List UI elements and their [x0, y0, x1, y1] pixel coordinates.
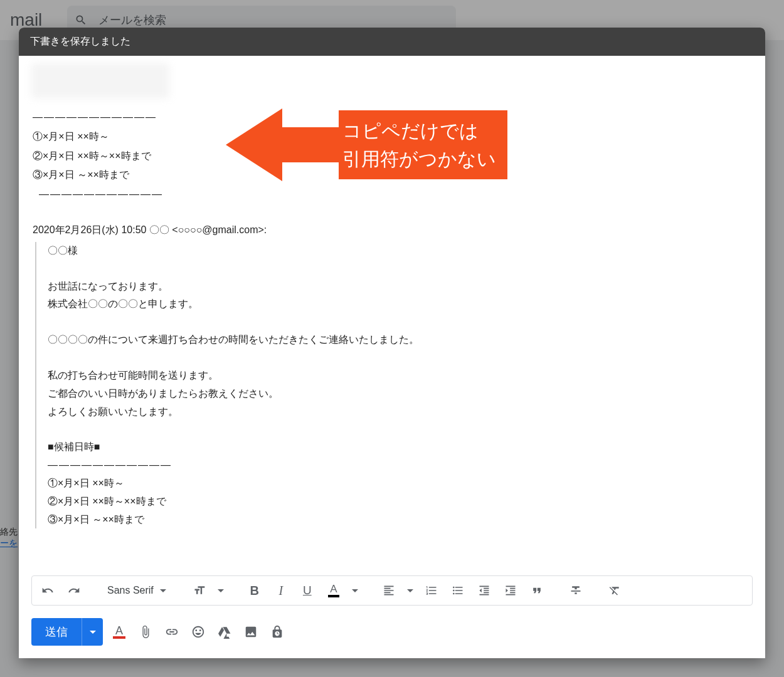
- indent-more-button[interactable]: [500, 580, 521, 601]
- quote-line: ご都合のいい日時がありましたらお教えください。: [48, 385, 751, 403]
- quote-line: ①×月×日 ××時～: [48, 475, 751, 493]
- quote-block: 〇〇様 お世話になっております。 株式会社〇〇の〇〇と申します。 〇〇〇〇の件に…: [35, 242, 751, 529]
- annotation-arrow: コピペだけでは 引用符がつかない: [226, 108, 507, 181]
- quote-line: ③×月×日 ～××時まで: [48, 511, 751, 529]
- send-more-button[interactable]: [82, 618, 103, 646]
- chevron-down-icon: [90, 631, 96, 634]
- italic-button[interactable]: I: [270, 580, 292, 601]
- send-button[interactable]: 送信: [31, 618, 82, 646]
- bulleted-list-button[interactable]: [447, 580, 469, 601]
- font-size-caret[interactable]: [215, 580, 226, 601]
- send-button-group: 送信: [31, 618, 103, 646]
- quote-line: ②×月×日 ××時～××時まで: [48, 493, 751, 511]
- chevron-down-icon: [160, 589, 166, 592]
- undo-button[interactable]: [37, 580, 58, 601]
- compose-titlebar[interactable]: 下書きを保存しました: [19, 28, 765, 56]
- compose-body[interactable]: コピペだけでは 引用符がつかない ――――――――――― ①×月×日 ××時～ …: [19, 108, 765, 575]
- emoji-icon: [191, 625, 205, 639]
- image-icon: [244, 625, 258, 639]
- text-color-button[interactable]: A: [323, 580, 344, 601]
- quote-line: お世話になっております。: [48, 278, 751, 296]
- text-color-caret[interactable]: [349, 580, 361, 601]
- annotation-label: コピペだけでは 引用符がつかない: [339, 110, 507, 179]
- compose-window: 下書きを保存しました コピペだけでは 引用符がつかない ――――――――――― …: [19, 28, 765, 658]
- insert-emoji-button[interactable]: [191, 624, 206, 639]
- indent-less-button[interactable]: [474, 580, 495, 601]
- remove-formatting-button[interactable]: [604, 580, 625, 601]
- compose-recipients-area[interactable]: [19, 56, 765, 108]
- font-family-select[interactable]: Sans Serif: [102, 585, 171, 596]
- confidential-mode-button[interactable]: [270, 624, 285, 639]
- quote-line: ―――――――――――: [48, 456, 751, 475]
- quote-line: よろしくお願いいたします。: [48, 403, 751, 421]
- redo-button[interactable]: [63, 580, 85, 601]
- underline-button[interactable]: U: [297, 580, 318, 601]
- insert-photo-button[interactable]: [243, 624, 258, 639]
- insert-link-button[interactable]: [164, 624, 179, 639]
- quote-line: 私の打ち合わせ可能時間を送ります。: [48, 367, 751, 385]
- send-row: 送信 A: [19, 612, 765, 658]
- bold-button[interactable]: B: [244, 580, 265, 601]
- formatting-toolbar: Sans Serif B I U A: [31, 575, 753, 606]
- formatting-options-button[interactable]: A: [112, 624, 127, 639]
- quote-line: ■候補日時■: [48, 438, 751, 456]
- arrow-shaft: [282, 127, 339, 162]
- font-size-button[interactable]: [189, 580, 210, 601]
- align-button[interactable]: [378, 580, 400, 601]
- numbered-list-button[interactable]: [421, 580, 442, 601]
- quote-line: 〇〇様: [48, 242, 751, 260]
- attach-file-button[interactable]: [138, 624, 153, 639]
- arrow-head-icon: [226, 108, 282, 181]
- divider-line: ―――――――――――: [33, 186, 751, 204]
- quote-line: 〇〇〇〇の件について来週打ち合わせの時間をいただきたくご連絡いたしました。: [48, 331, 751, 349]
- link-icon: [165, 625, 179, 639]
- insert-drive-button[interactable]: [217, 624, 232, 639]
- quote-attribution: 2020年2月26日(水) 10:50 〇〇 <○○○○@gmail.com>:: [33, 221, 751, 239]
- align-caret[interactable]: [405, 580, 416, 601]
- quote-line: 株式会社〇〇の〇〇と申します。: [48, 295, 751, 313]
- lock-clock-icon: [270, 625, 284, 639]
- strikethrough-button[interactable]: [565, 580, 586, 601]
- drive-icon: [218, 625, 231, 639]
- quote-button[interactable]: [526, 580, 548, 601]
- redacted-recipient: [31, 63, 169, 98]
- paperclip-icon: [139, 625, 152, 639]
